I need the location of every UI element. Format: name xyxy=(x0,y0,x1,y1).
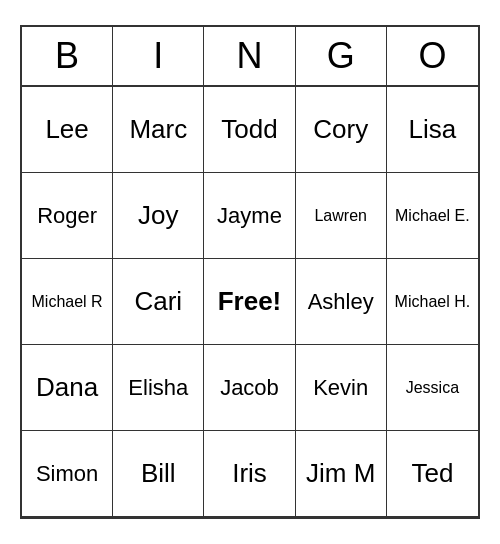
grid-cell: Cory xyxy=(296,87,387,173)
grid-cell: Michael H. xyxy=(387,259,478,345)
header-letter: I xyxy=(113,27,204,85)
grid-cell: Ashley xyxy=(296,259,387,345)
grid-cell: Jayme xyxy=(204,173,295,259)
grid-cell: Elisha xyxy=(113,345,204,431)
grid-cell: Joy xyxy=(113,173,204,259)
grid-cell: Iris xyxy=(204,431,295,517)
grid-cell: Lawren xyxy=(296,173,387,259)
header-letter: N xyxy=(204,27,295,85)
grid-cell: Jessica xyxy=(387,345,478,431)
grid-cell: Free! xyxy=(204,259,295,345)
header-letter: B xyxy=(22,27,113,85)
grid-cell: Michael E. xyxy=(387,173,478,259)
grid-cell: Jacob xyxy=(204,345,295,431)
grid-cell: Todd xyxy=(204,87,295,173)
grid-cell: Bill xyxy=(113,431,204,517)
grid-cell: Marc xyxy=(113,87,204,173)
grid-cell: Kevin xyxy=(296,345,387,431)
grid-cell: Jim M xyxy=(296,431,387,517)
grid-cell: Lisa xyxy=(387,87,478,173)
grid-cell: Cari xyxy=(113,259,204,345)
grid-cell: Lee xyxy=(22,87,113,173)
grid-cell: Dana xyxy=(22,345,113,431)
bingo-header: BINGO xyxy=(22,27,478,87)
grid-cell: Michael R xyxy=(22,259,113,345)
bingo-card: BINGO LeeMarcToddCoryLisaRogerJoyJaymeLa… xyxy=(20,25,480,519)
grid-cell: Simon xyxy=(22,431,113,517)
bingo-grid: LeeMarcToddCoryLisaRogerJoyJaymeLawrenMi… xyxy=(22,87,478,517)
grid-cell: Ted xyxy=(387,431,478,517)
header-letter: G xyxy=(296,27,387,85)
header-letter: O xyxy=(387,27,478,85)
grid-cell: Roger xyxy=(22,173,113,259)
